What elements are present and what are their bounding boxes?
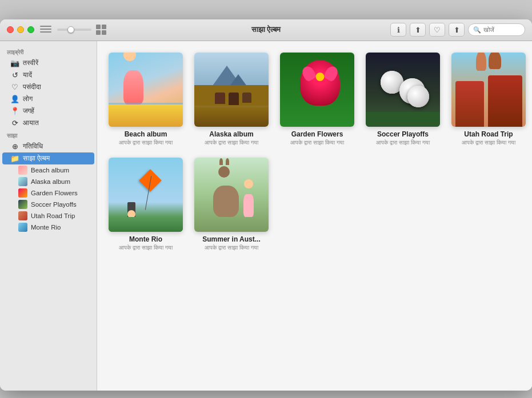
alaska-thumb	[18, 177, 27, 186]
sidebar-item-favorites-label: पसंदीदा	[23, 83, 41, 91]
photo-item-garden[interactable]: Garden Flowers आपके द्वारा साझा किया गया	[280, 53, 354, 146]
soccer-photo-thumb	[366, 53, 440, 127]
soccer-playoffs-label: Soccer Playoffs	[31, 201, 77, 208]
app-window: साझा ऐल्बम ℹ ⬆ ♡ ⬆ 🔍 लाइब्रेरी	[0, 19, 532, 391]
utah-photo-thumb	[451, 53, 526, 127]
utah-road-trip-label: Utah Road Trip	[31, 212, 75, 219]
photo-item-soccer[interactable]: Soccer Playoffs आपके द्वारा साझा किया गय…	[366, 53, 440, 146]
sidebar-item-shared-album[interactable]: 📁 साझा ऐल्बम	[2, 152, 94, 164]
utah-subtitle: आपके द्वारा साझा किया गया	[462, 139, 515, 146]
sidebar-item-people-label: लोग	[23, 95, 33, 103]
activity-icon: ⊕	[10, 142, 19, 151]
toolbar-controls	[40, 25, 106, 35]
library-section-header: लाइब्रेरी	[0, 46, 97, 57]
sidebar-item-memories-label: यादें	[23, 71, 32, 79]
search-box[interactable]: 🔍	[468, 23, 525, 36]
content-area: लाइब्रेरी 📷 तस्वीरें ↺ यादें ♡ पसंदीदा 👤…	[0, 41, 532, 391]
beach-photo-thumb	[109, 53, 183, 127]
garden-flowers-label: Garden Flowers	[31, 190, 78, 196]
sidebar-item-people[interactable]: 👤 लोग	[2, 93, 94, 105]
info-icon: ℹ	[397, 26, 400, 34]
alaska-subtitle: आपके द्वारा साझा किया गया	[205, 139, 258, 146]
garden-thumb	[18, 188, 27, 198]
sidebar-item-imports[interactable]: ⟳ आयात	[2, 117, 94, 129]
close-button[interactable]	[7, 26, 14, 33]
search-icon: 🔍	[473, 26, 481, 34]
alaska-album-label: Alaska album	[31, 178, 70, 185]
summer-photo-thumb	[194, 158, 269, 232]
alaska-title: Alaska album	[209, 130, 253, 138]
info-button[interactable]: ℹ	[390, 23, 406, 37]
heart-button[interactable]: ♡	[429, 23, 445, 37]
maximize-button[interactable]	[27, 26, 34, 33]
upload-icon: ⬆	[454, 26, 460, 34]
soccer-title: Soccer Playoffs	[377, 130, 429, 138]
photo-grid: Beach album आपके द्वारा साझा किया गया	[109, 53, 521, 251]
share-button[interactable]: ⬆	[410, 23, 426, 37]
sidebar-item-places-label: जगहें	[23, 107, 34, 115]
sidebar-item-activity-label: गतिविधि	[23, 142, 43, 150]
titlebar: साझा ऐल्बम ℹ ⬆ ♡ ⬆ 🔍	[0, 19, 532, 41]
search-input[interactable]	[483, 26, 523, 33]
sidebar-item-imports-label: आयात	[23, 119, 39, 127]
main-content: Beach album आपके द्वारा साझा किया गया	[97, 41, 532, 391]
heart-icon: ♡	[434, 26, 441, 34]
zoom-slider-container	[57, 29, 91, 31]
beach-subtitle: आपके द्वारा साझा किया गया	[119, 139, 172, 146]
monte-rio-label: Monte Rio	[31, 224, 61, 231]
garden-title: Garden Flowers	[291, 130, 343, 138]
beach-thumb	[18, 166, 27, 175]
zoom-slider-thumb[interactable]	[67, 26, 74, 33]
utah-thumb	[18, 211, 27, 220]
alaska-photo-thumb	[194, 53, 269, 127]
photo-item-beach[interactable]: Beach album आपके द्वारा साझा किया गया	[109, 53, 183, 146]
monte-photo-thumb	[109, 158, 183, 232]
sidebar-child-utah[interactable]: Utah Road Trip	[2, 210, 94, 222]
sidebar-child-garden[interactable]: Garden Flowers	[2, 187, 94, 199]
beach-title: Beach album	[125, 130, 167, 138]
utah-title: Utah Road Trip	[464, 130, 513, 138]
summer-title: Summer in Aust...	[202, 235, 261, 243]
imports-icon: ⟳	[10, 119, 19, 127]
shared-section-header: साझा	[0, 129, 97, 140]
sidebar-item-places[interactable]: 📍 जगहें	[2, 105, 94, 117]
photo-item-monte[interactable]: Monte Rio आपके द्वारा साझा किया गया	[109, 158, 183, 251]
sidebar-item-activity[interactable]: ⊕ गतिविधि	[2, 140, 94, 152]
sidebar-child-alaska[interactable]: Alaska album	[2, 176, 94, 187]
sidebar-child-monte[interactable]: Monte Rio	[2, 222, 94, 233]
photo-item-utah[interactable]: Utah Road Trip आपके द्वारा साझा किया गया	[451, 53, 526, 146]
monte-title: Monte Rio	[129, 235, 162, 243]
beach-album-label: Beach album	[31, 167, 69, 174]
sidebar-item-photos-label: तस्वीरें	[23, 59, 38, 67]
summer-subtitle: आपके द्वारा साझा किया गया	[205, 244, 258, 251]
favorites-icon: ♡	[10, 83, 19, 91]
photo-item-summer[interactable]: Summer in Aust... आपके द्वारा साझा किया …	[194, 158, 269, 251]
zoom-slider-track	[57, 29, 91, 31]
sidebar-item-memories[interactable]: ↺ यादें	[2, 69, 94, 81]
photos-icon: 📷	[10, 59, 19, 67]
soccer-thumb	[18, 200, 27, 209]
traffic-lights	[7, 26, 34, 33]
sidebar-child-beach[interactable]: Beach album	[2, 164, 94, 176]
shared-album-icon: 📁	[10, 154, 19, 163]
sidebar-toggle-button[interactable]	[40, 26, 51, 34]
monte-thumb	[18, 223, 27, 232]
places-icon: 📍	[10, 107, 19, 115]
memories-icon: ↺	[10, 71, 19, 79]
monte-subtitle: आपके द्वारा साझा किया गया	[119, 244, 172, 251]
toolbar-actions: ℹ ⬆ ♡ ⬆ 🔍	[390, 23, 525, 37]
view-toggle-button[interactable]	[96, 25, 106, 35]
window-title: साझा ऐल्बम	[251, 25, 281, 34]
upload-button[interactable]: ⬆	[449, 23, 465, 37]
garden-photo-thumb	[280, 53, 354, 127]
sidebar: लाइब्रेरी 📷 तस्वीरें ↺ यादें ♡ पसंदीदा 👤…	[0, 41, 97, 391]
photo-item-alaska[interactable]: Alaska album आपके द्वारा साझा किया गया	[194, 53, 269, 146]
soccer-subtitle: आपके द्वारा साझा किया गया	[376, 139, 429, 146]
sidebar-item-shared-album-label: साझा ऐल्बम	[23, 154, 50, 162]
sidebar-item-photos[interactable]: 📷 तस्वीरें	[2, 57, 94, 69]
share-icon: ⬆	[415, 26, 421, 34]
minimize-button[interactable]	[17, 26, 24, 33]
garden-subtitle: आपके द्वारा साझा किया गया	[290, 139, 343, 146]
sidebar-child-soccer[interactable]: Soccer Playoffs	[2, 199, 94, 210]
sidebar-item-favorites[interactable]: ♡ पसंदीदा	[2, 81, 94, 93]
